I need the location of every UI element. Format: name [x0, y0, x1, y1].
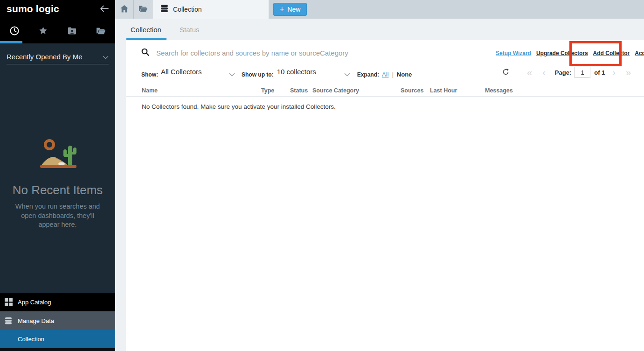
access-keys-link[interactable]: Access Keys [635, 50, 644, 56]
recents-filter-dropdown[interactable]: Recently Opened By Me [7, 49, 109, 64]
upgrade-collectors-link[interactable]: Upgrade Collectors [536, 50, 588, 56]
page-number-input[interactable] [575, 67, 590, 78]
open-folder-icon [138, 5, 147, 14]
first-page-button[interactable]: « [527, 68, 532, 77]
chevron-down-icon [344, 70, 350, 78]
sidebar-tab-favorites[interactable] [32, 23, 55, 39]
arrow-left-icon [100, 7, 109, 14]
refresh-icon [502, 68, 509, 77]
action-links: Setup Wizard Upgrade Collectors Add Coll… [496, 50, 644, 56]
chevron-down-icon [103, 53, 109, 61]
grid-icon [5, 298, 13, 306]
sidebar: sumo logic [0, 0, 115, 351]
desert-illustration [27, 164, 89, 172]
home-icon [120, 5, 128, 14]
sidebar-item-label: App Catalog [18, 299, 51, 306]
column-header-sources[interactable]: Sources [401, 87, 423, 94]
expand-none-link[interactable]: None [397, 71, 412, 78]
sidebar-tab-recents[interactable] [3, 23, 26, 39]
page-total: of 1 [594, 69, 605, 76]
show-up-to-label: Show up to: [242, 71, 274, 78]
sidebar-item-label: Collection [18, 336, 44, 343]
setup-wizard-link[interactable]: Setup Wizard [496, 50, 531, 56]
tab-label: Collection [173, 6, 201, 13]
show-up-to-select[interactable]: 10 collectors [277, 68, 350, 81]
top-tab-bar: Collection + New [115, 0, 644, 19]
folder-person-icon [68, 27, 76, 36]
no-recent-items-title: No Recent Items [0, 183, 115, 197]
collection-panel: Setup Wizard Upgrade Collectors Add Coll… [126, 40, 644, 351]
recents-filter-label: Recently Opened By Me [7, 53, 83, 61]
show-label: Show: [141, 71, 158, 78]
pagination-bar: « ‹ Page: of 1 › » [502, 66, 631, 79]
prev-page-button[interactable]: ‹ [542, 68, 546, 77]
sidebar-tab-shared-content[interactable] [60, 23, 83, 39]
expand-label: Expand: [357, 71, 379, 78]
sidebar-bottom-menu: App Catalog Manage Data Collection [0, 293, 115, 351]
sidebar-item-app-catalog[interactable]: App Catalog [0, 293, 115, 311]
show-select-value: All Collectors [161, 68, 202, 76]
recents-empty-state: No Recent Items When you run searches an… [0, 134, 115, 230]
new-button[interactable]: + New [273, 3, 307, 16]
subtab-collection[interactable]: Collection [131, 26, 161, 34]
sidebar-nav-tabs [0, 23, 115, 39]
sumo-logic-logo: sumo logic [7, 3, 59, 14]
filter-bar: Show: All Collectors Show up to: 10 coll… [141, 68, 412, 81]
sidebar-collapse-button[interactable] [100, 5, 109, 14]
column-header-source-category[interactable]: Source Category [312, 87, 359, 94]
no-recent-items-message: When you run searches and open dashboard… [10, 202, 105, 230]
home-button[interactable] [115, 0, 134, 19]
collectors-table-header: Name Type Status Source Category Sources… [126, 86, 644, 97]
plus-icon: + [280, 6, 284, 13]
column-header-messages[interactable]: Messages [485, 87, 513, 94]
database-icon [5, 317, 13, 325]
sidebar-active-tab-indicator [0, 41, 22, 43]
page-label: Page: [555, 69, 571, 76]
sidebar-tab-library[interactable] [89, 23, 112, 39]
sidebar-item-collection[interactable]: Collection [0, 330, 115, 348]
column-header-name[interactable]: Name [142, 87, 158, 94]
no-collectors-message: No Collectors found. Make sure you activ… [142, 103, 336, 110]
sidebar-item-label: Manage Data [18, 317, 54, 324]
expand-all-link[interactable]: All [382, 71, 388, 78]
sidebar-header: sumo logic [0, 0, 115, 43]
last-page-button[interactable]: » [626, 68, 631, 77]
main-area: Collection + New Collection Status Setup… [115, 0, 644, 351]
open-folder-icon [96, 27, 105, 36]
column-header-last-hour[interactable]: Last Hour [430, 87, 457, 94]
column-header-status[interactable]: Status [290, 87, 308, 94]
sub-tab-bar: Collection Status [115, 19, 644, 40]
library-button[interactable] [134, 0, 152, 19]
expand-divider: | [392, 71, 393, 78]
chevron-down-icon [229, 70, 235, 78]
sidebar-item-manage-data[interactable]: Manage Data [0, 311, 115, 330]
show-select[interactable]: All Collectors [161, 68, 235, 81]
database-icon [160, 5, 168, 14]
refresh-button[interactable] [502, 68, 509, 77]
new-button-label: New [287, 6, 300, 13]
add-collector-link[interactable]: Add Collector [593, 50, 630, 56]
tab-collection[interactable]: Collection [152, 0, 269, 19]
star-icon [39, 26, 48, 36]
column-header-type[interactable]: Type [261, 87, 274, 94]
subtab-status[interactable]: Status [180, 26, 200, 34]
search-input[interactable] [156, 49, 464, 57]
clock-icon [9, 26, 20, 37]
next-page-button[interactable]: › [612, 68, 616, 77]
sidebar-menu-divider [0, 348, 115, 351]
search-bar [141, 48, 464, 58]
show-up-to-value: 10 collectors [277, 68, 316, 76]
search-icon [141, 48, 149, 58]
